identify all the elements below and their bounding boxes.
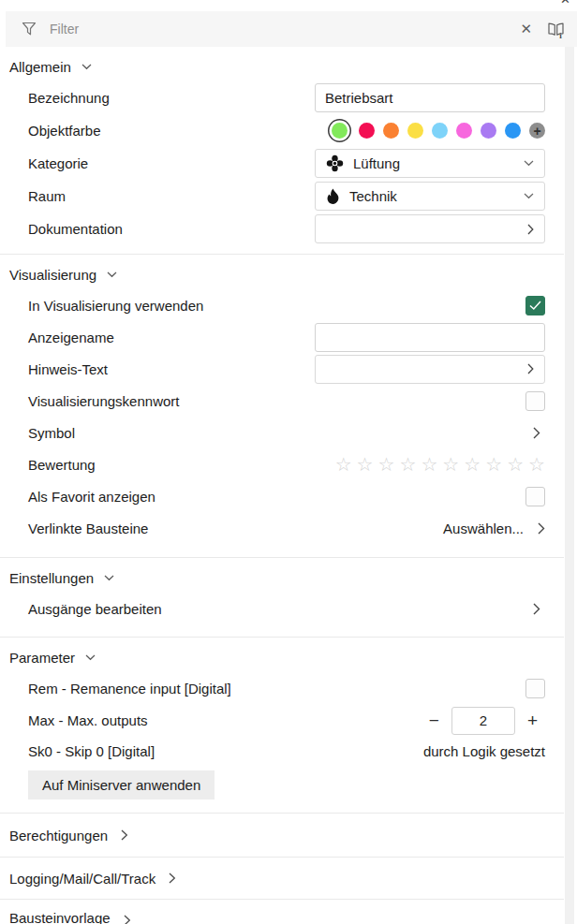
chevron-down-icon [107, 271, 117, 278]
anzeigename-input[interactable] [315, 323, 545, 352]
field-label: Visualisierungskennwort [28, 393, 179, 409]
color-swatch[interactable] [407, 123, 423, 139]
chevron-right-icon [538, 522, 545, 535]
color-swatch[interactable]: + [529, 123, 545, 139]
section-title: Parameter [9, 650, 75, 666]
star-icon[interactable]: ☆ [485, 455, 502, 474]
section-header-visualisierung[interactable]: Visualisierung [0, 259, 564, 289]
als-favorit-checkbox[interactable] [525, 487, 545, 506]
chevron-right-icon [124, 915, 131, 924]
row-anzeigename: Anzeigename [0, 321, 564, 353]
bezeichnung-input[interactable] [315, 83, 545, 112]
add-color-icon: + [533, 125, 540, 138]
color-swatch[interactable] [383, 123, 399, 139]
section-header-logging[interactable]: Logging/Mail/Call/Track [0, 858, 564, 900]
field-label: Raum [28, 188, 66, 204]
filter-bar: ✕ i [6, 11, 577, 47]
section-title: Berechtigungen [9, 828, 108, 843]
field-label: Kategorie [28, 155, 88, 171]
section-header-parameter[interactable]: Parameter [0, 642, 564, 672]
dokumentation-field[interactable] [315, 214, 545, 243]
window-close-icon[interactable]: ✕ [560, 0, 570, 6]
field-label: Ausgänge bearbeiten [28, 601, 162, 617]
star-icon[interactable]: ☆ [442, 455, 459, 474]
row-dokumentation: Dokumentation [0, 213, 564, 245]
color-swatch-row: + [329, 123, 545, 139]
apply-to-miniserver-button[interactable]: Auf Miniserver anwenden [28, 770, 215, 799]
section-title: Allgemein [9, 59, 71, 75]
color-swatch[interactable] [432, 123, 448, 139]
chevron-right-icon [533, 603, 545, 615]
color-swatch[interactable] [456, 123, 472, 139]
row-objektfarbe: Objektfarbe + [0, 114, 564, 147]
flame-icon [326, 188, 340, 205]
visualisierungskennwort-checkbox[interactable] [525, 391, 545, 411]
rem-checkbox[interactable] [525, 679, 545, 698]
row-verlinkte-bausteine: Verlinkte Bausteine Auswählen... [0, 512, 564, 544]
chevron-down-icon [104, 575, 114, 581]
field-label: Dokumentation [28, 221, 123, 237]
star-icon[interactable]: ☆ [421, 455, 437, 474]
fan-icon [326, 154, 344, 172]
section-title: Logging/Mail/Call/Track [9, 871, 155, 887]
row-als-favorit: Als Favorit anzeigen [0, 480, 564, 512]
row-ausgaenge-bearbeiten[interactable]: Ausgänge bearbeiten [0, 593, 564, 625]
star-icon[interactable]: ☆ [335, 455, 352, 474]
section-header-berechtigungen[interactable]: Berechtigungen [0, 814, 564, 858]
row-raum: Raum Technik [0, 180, 564, 213]
field-label: Bezeichnung [28, 90, 110, 106]
section-title: Bausteinvorlage [9, 910, 111, 924]
minus-button[interactable]: − [429, 711, 439, 729]
field-label: Max - Max. outputs [28, 712, 148, 728]
section-header-bausteinvorlage[interactable]: Bausteinvorlage [0, 900, 564, 924]
filter-clear-icon[interactable]: ✕ [518, 21, 534, 37]
section-title: Visualisierung [9, 267, 96, 283]
chevron-down-icon [524, 160, 534, 167]
star-icon[interactable]: ☆ [464, 455, 481, 474]
field-label: Hinweis-Text [28, 361, 108, 377]
max-outputs-input[interactable] [451, 707, 515, 735]
field-label: In Visualisierung verwenden [28, 298, 203, 314]
chevron-down-icon [85, 654, 96, 661]
section-einstellungen: Einstellungen Ausgänge bearbeiten [0, 563, 564, 638]
svg-text:i: i [559, 31, 562, 39]
symbol-chevron-right-icon[interactable] [533, 427, 545, 439]
auswaehlen-label: Auswählen... [443, 521, 524, 536]
field-label: Anzeigename [28, 330, 114, 345]
field-label: Sk0 - Skip 0 [Digital] [28, 743, 155, 759]
field-label: Verlinkte Bausteine [28, 521, 148, 536]
section-title: Einstellungen [9, 570, 94, 586]
section-header-einstellungen[interactable]: Einstellungen [0, 563, 564, 593]
in-visualisierung-checkbox[interactable] [525, 296, 545, 315]
section-parameter: Parameter Rem - Remanence input [Digital… [0, 642, 564, 814]
chevron-down-icon [81, 64, 92, 70]
field-label: Rem - Remanence input [Digital] [28, 681, 231, 697]
star-icon[interactable]: ☆ [528, 455, 545, 474]
kategorie-dropdown[interactable]: Lüftung [315, 149, 545, 178]
row-sk0: Sk0 - Skip 0 [Digital] durch Logik geset… [0, 737, 564, 766]
color-swatch[interactable] [481, 123, 496, 139]
star-icon[interactable]: ☆ [378, 455, 395, 474]
raum-value: Technik [349, 188, 514, 204]
chevron-right-icon [527, 224, 534, 235]
star-icon[interactable]: ☆ [399, 455, 416, 474]
color-swatch[interactable] [505, 123, 521, 139]
color-swatch[interactable] [332, 123, 348, 139]
section-header-allgemein[interactable]: Allgemein [0, 51, 564, 81]
star-icon[interactable]: ☆ [357, 455, 374, 474]
filter-input[interactable] [50, 22, 506, 37]
field-label: Objektfarbe [28, 123, 101, 139]
plus-button[interactable]: + [527, 711, 538, 729]
star-icon[interactable]: ☆ [507, 455, 524, 474]
hinweis-text-field[interactable] [315, 355, 545, 384]
raum-dropdown[interactable]: Technik [315, 182, 545, 211]
row-symbol: Symbol [0, 417, 564, 448]
row-rem: Rem - Remanence input [Digital] [0, 672, 564, 704]
chevron-right-icon [527, 363, 534, 374]
chevron-right-icon [169, 873, 176, 884]
verlinkte-bausteine-action[interactable]: Auswählen... [443, 521, 545, 536]
color-swatch[interactable] [359, 123, 375, 139]
documentation-book-icon[interactable]: i [546, 20, 566, 39]
scrollbar[interactable] [565, 47, 574, 924]
section-visualisierung: Visualisierung In Visualisierung verwend… [0, 259, 564, 558]
